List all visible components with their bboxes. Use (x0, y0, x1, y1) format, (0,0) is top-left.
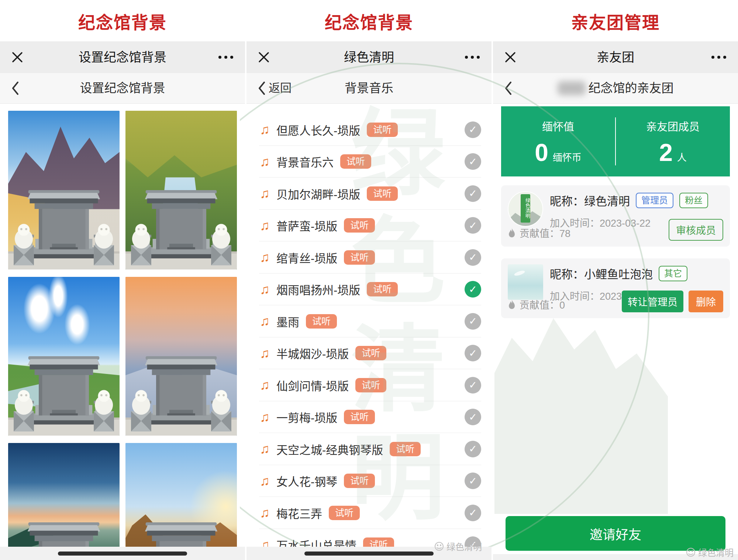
audition-badge[interactable]: 试听 (329, 506, 360, 520)
more-menu-icon[interactable] (711, 56, 726, 59)
track-check-icon[interactable]: ✓ (465, 345, 481, 361)
memorial-value-unit: 缅怀币 (553, 150, 582, 164)
track-check-icon[interactable]: ✓ (465, 281, 481, 298)
background-option-grassland-sky-memorial[interactable] (8, 277, 120, 436)
subheader: 设置纪念馆背景 (0, 73, 245, 104)
navbar: 设置纪念馆背景 (0, 41, 245, 73)
avatar-scroll-art: 绿色清明 (521, 194, 530, 223)
audition-badge[interactable]: 试听 (344, 410, 375, 424)
background-option-misty-valley-memorial[interactable] (8, 443, 120, 547)
music-note-icon: ♫ (260, 506, 270, 519)
track-name: 仙剑问情-埙版 (276, 377, 349, 394)
navbar-title: 亲友团 (523, 41, 708, 73)
track-name: 半城烟沙-埙版 (276, 345, 349, 361)
memorial-monument-graphic (8, 165, 120, 269)
music-track-row[interactable]: ♫ 天空之城-经典钢琴版 试听 ✓ (246, 433, 492, 465)
music-track-row[interactable]: ♫ 绾青丝-埙版 试听 ✓ (246, 241, 492, 274)
subheader-title-text: 纪念馆的亲友团 (589, 73, 674, 103)
audition-badge[interactable]: 试听 (306, 314, 337, 329)
track-check-icon[interactable]: ✓ (465, 441, 481, 457)
audition-badge[interactable]: 试听 (344, 474, 375, 488)
music-track-row[interactable]: ♫ 烟雨唱扬州-埙版 试听 ✓ (246, 274, 492, 306)
track-check-icon[interactable]: ✓ (465, 249, 481, 266)
track-name: 梅花三弄 (276, 505, 322, 521)
music-note-icon: ♫ (260, 283, 270, 296)
track-check-icon[interactable]: ✓ (465, 313, 481, 330)
subheader: 返回 背景音乐 (246, 73, 492, 104)
back-icon[interactable] (258, 81, 266, 96)
track-check-icon[interactable]: ✓ (465, 153, 481, 170)
music-track-row[interactable]: ♫ 梅花三弄 试听 ✓ (246, 497, 492, 529)
audition-badge[interactable]: 试听 (390, 442, 421, 456)
close-icon[interactable] (11, 51, 24, 63)
music-track-row[interactable]: ♫ 普萨蛮-埙版 试听 ✓ (246, 210, 492, 242)
music-track-row[interactable]: ♫ 墨雨 试听 ✓ (246, 305, 492, 337)
music-track-row[interactable]: ♫ 女人花-钢琴 试听 ✓ (246, 465, 492, 497)
track-check-icon[interactable]: ✓ (465, 217, 481, 234)
music-track-row[interactable]: ♫ 背景音乐六 试听 ✓ (246, 146, 492, 178)
music-track-row[interactable]: ♫ 但愿人长久-埙版 试听 ✓ (246, 114, 492, 146)
track-name: 绾青丝-埙版 (276, 249, 337, 266)
navbar: 绿色清明 (246, 41, 492, 73)
close-icon[interactable] (258, 51, 270, 63)
music-track-row[interactable]: ♫ 仙剑问情-埙版 试听 ✓ (246, 369, 492, 401)
close-icon[interactable] (504, 51, 517, 63)
track-name: 女人花-钢琴 (276, 473, 337, 489)
background-option-sunset-clouds-memorial[interactable] (125, 277, 237, 436)
member-nickname: 昵称：小鲤鱼吐泡泡 (550, 265, 653, 282)
home-indicator[interactable] (304, 552, 434, 556)
track-name: 普萨蛮-埙版 (276, 217, 337, 234)
member-card: 绿色清明 昵称：绿色清明 管理员 粉丝 加入时间：2023-03-22 贡献值：… (501, 185, 730, 247)
background-option-autumn-mountain-memorial[interactable] (8, 111, 120, 269)
track-check-icon[interactable]: ✓ (465, 409, 481, 425)
review-members-button[interactable]: 审核成员 (669, 219, 723, 241)
audition-badge[interactable]: 试听 (367, 123, 398, 137)
panel-background-music: 纪念馆背景 绿色清明 返回 背景音乐 ♫ 但愿人长久-埙版 试听 ✓ ♫ 背景音… (246, 0, 492, 560)
member-card: 昵称：小鲤鱼吐泡泡 其它 加入时间：2023-03-20 贡献值：0 转让管理员… (501, 258, 730, 318)
admin-badge[interactable]: 管理员 (636, 193, 673, 208)
audition-badge[interactable]: 试听 (355, 378, 386, 392)
navbar-title: 绿色清明 (276, 41, 462, 73)
track-check-icon[interactable]: ✓ (465, 377, 481, 394)
audition-badge[interactable]: 试听 (355, 346, 386, 360)
music-note-icon: ♫ (260, 378, 270, 392)
track-check-icon[interactable]: ✓ (465, 473, 481, 489)
avatar (508, 264, 543, 300)
music-note-icon: ♫ (260, 347, 270, 360)
other-badge[interactable]: 其它 (659, 266, 687, 281)
track-check-icon[interactable]: ✓ (465, 121, 481, 138)
music-note-icon: ♫ (260, 315, 270, 328)
music-track-row[interactable]: ♫ 半城烟沙-埙版 试听 ✓ (246, 337, 492, 370)
music-note-icon: ♫ (260, 474, 270, 488)
track-check-icon[interactable]: ✓ (465, 185, 481, 202)
audition-badge[interactable]: 试听 (340, 154, 371, 169)
navbar: 亲友团 (493, 41, 738, 73)
audition-badge[interactable]: 试听 (367, 186, 398, 201)
brand-watermark: 绿色清明 (686, 546, 734, 559)
track-name: 贝加尔湖畔-埙版 (276, 185, 360, 202)
fan-badge[interactable]: 粉丝 (679, 193, 708, 208)
memorial-monument-graphic (125, 331, 237, 436)
music-track-row[interactable]: ♫ 一剪梅-埙版 试听 ✓ (246, 401, 492, 433)
music-track-row[interactable]: ♫ 贝加尔湖畔-埙版 试听 ✓ (246, 178, 492, 210)
delete-member-button[interactable]: 删除 (689, 291, 723, 312)
music-note-icon: ♫ (260, 123, 270, 136)
memorial-monument-graphic (125, 497, 237, 547)
background-option-forest-waterfall-memorial[interactable] (125, 111, 237, 269)
back-icon[interactable] (11, 81, 19, 96)
audition-badge[interactable]: 试听 (344, 250, 375, 265)
panel-memorial-background: 纪念馆背景 设置纪念馆背景 设置纪念馆背景 (0, 0, 245, 560)
audition-badge[interactable]: 试听 (344, 218, 375, 233)
avatar: 绿色清明 (508, 191, 543, 227)
memorial-monument-graphic (8, 497, 120, 547)
home-indicator[interactable] (58, 552, 187, 556)
background-option-great-wall-memorial[interactable] (125, 443, 237, 547)
track-name: 一剪梅-埙版 (276, 409, 337, 425)
transfer-admin-button[interactable]: 转让管理员 (622, 291, 683, 312)
back-icon[interactable] (504, 81, 512, 96)
more-menu-icon[interactable] (465, 56, 480, 59)
audition-badge[interactable]: 试听 (367, 282, 398, 296)
section-heading: 纪念馆背景 (0, 9, 245, 33)
track-check-icon[interactable]: ✓ (465, 505, 481, 521)
more-menu-icon[interactable] (218, 56, 233, 59)
